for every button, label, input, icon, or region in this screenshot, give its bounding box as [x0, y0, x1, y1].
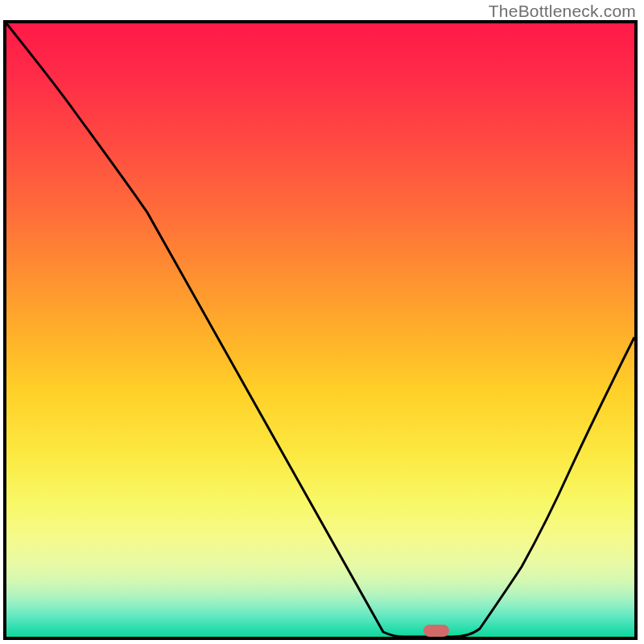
bottleneck-curve-path	[6, 23, 634, 637]
optimal-point-marker	[423, 625, 449, 637]
chart-frame	[3, 20, 638, 640]
bottleneck-curve	[6, 23, 634, 637]
watermark-text: TheBottleneck.com	[489, 2, 636, 21]
